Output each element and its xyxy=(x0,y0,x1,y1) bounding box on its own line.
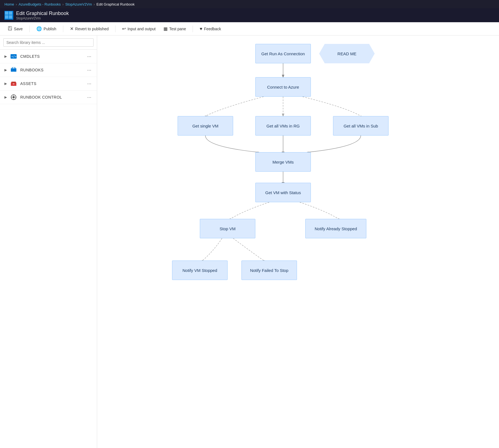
toolbar-sep-1 xyxy=(29,26,30,32)
toolbar-sep-4 xyxy=(193,26,193,32)
node-get-vm-status[interactable]: Get VM with Status xyxy=(255,183,311,202)
app-logo xyxy=(4,11,13,20)
node-read-me[interactable]: READ ME xyxy=(319,44,375,63)
breadcrumb: Home › AzureBudgets - Runbooks › StopAzu… xyxy=(0,0,499,8)
test-label: Test pane xyxy=(169,27,186,31)
node-get-run-as[interactable]: Get Run As Connection xyxy=(255,44,311,63)
node-notify-already-stopped[interactable]: Notify Already Stopped xyxy=(305,219,366,238)
io-label: Input and output xyxy=(127,27,155,31)
breadcrumb-runbook[interactable]: StopAzureV2Vm xyxy=(65,2,92,6)
sidebar-item-runbooks[interactable]: ▶ RUNBOOKS ··· xyxy=(0,63,97,77)
save-button[interactable]: Save xyxy=(4,24,26,33)
assets-more[interactable]: ··· xyxy=(86,81,92,87)
assets-label: ASSETS xyxy=(20,81,36,86)
feedback-button[interactable]: ♥ Feedback xyxy=(196,25,224,33)
sidebar-item-assets[interactable]: ▶ ASSETS ··· xyxy=(0,77,97,91)
page-title-block: Edit Graphical Runbook StopAzureV2Vm xyxy=(16,11,69,20)
svg-rect-16 xyxy=(13,83,14,84)
sidebar-items: ▶ </> CMDLETS ··· ▶ xyxy=(0,50,97,448)
cmdlets-icon: </> xyxy=(10,53,17,60)
publish-icon: 🌐 xyxy=(36,26,42,31)
publish-label: Publish xyxy=(44,27,56,31)
svg-rect-2 xyxy=(5,15,8,19)
cmdlets-arrow: ▶ xyxy=(4,54,7,58)
test-pane-button[interactable]: ▦ Test pane xyxy=(160,24,190,33)
feedback-icon: ♥ xyxy=(200,26,202,31)
node-get-all-vms-rg[interactable]: Get all VMs in RG xyxy=(255,116,311,136)
runbook-control-more[interactable]: ··· xyxy=(86,94,92,100)
top-bar: Edit Graphical Runbook StopAzureV2Vm xyxy=(0,8,499,22)
sidebar-item-cmdlets[interactable]: ▶ </> CMDLETS ··· xyxy=(0,50,97,63)
svg-rect-3 xyxy=(9,15,12,19)
toolbar-sep-2 xyxy=(63,26,63,32)
svg-rect-5 xyxy=(9,26,11,28)
svg-rect-1 xyxy=(9,11,12,15)
runbooks-label: RUNBOOKS xyxy=(20,68,44,72)
toolbar: Save 🌐 Publish ✕ Revert to published ↩ I… xyxy=(0,22,499,36)
breadcrumb-home[interactable]: Home xyxy=(4,2,14,6)
svg-rect-15 xyxy=(11,82,16,83)
publish-button[interactable]: 🌐 Publish xyxy=(33,24,60,33)
svg-rect-10 xyxy=(14,68,16,72)
assets-arrow: ▶ xyxy=(4,82,7,86)
runbooks-arrow: ▶ xyxy=(4,68,7,72)
save-icon xyxy=(8,26,12,32)
feedback-label: Feedback xyxy=(204,27,221,31)
main-layout: ▶ </> CMDLETS ··· ▶ xyxy=(0,36,499,448)
connections-svg xyxy=(97,36,430,448)
node-stop-vm[interactable]: Stop VM xyxy=(200,219,255,238)
sidebar: ▶ </> CMDLETS ··· ▶ xyxy=(0,36,97,448)
node-merge-vms[interactable]: Merge VMs xyxy=(255,152,311,172)
revert-button[interactable]: ✕ Revert to published xyxy=(67,24,112,33)
assets-icon xyxy=(10,80,17,87)
io-icon: ↩ xyxy=(122,26,126,31)
node-get-single-vm[interactable]: Get single VM xyxy=(178,116,233,136)
svg-point-18 xyxy=(12,96,15,98)
page-subtitle: StopAzureV2Vm xyxy=(16,16,69,20)
runbook-control-label: RUNBOOK CONTROL xyxy=(20,95,62,99)
runbooks-more[interactable]: ··· xyxy=(86,67,92,73)
sidebar-item-runbook-control[interactable]: ▶ RUNBOOK CONTROL ··· xyxy=(0,91,97,104)
node-connect-azure[interactable]: Connect to Azure xyxy=(255,77,311,97)
node-notify-vm-stopped[interactable]: Notify VM Stopped xyxy=(172,261,228,280)
cmdlets-label: CMDLETS xyxy=(20,54,40,59)
breadcrumb-current: Edit Graphical Runbook xyxy=(97,2,135,6)
canvas[interactable]: Get Run As Connection READ ME Connect to… xyxy=(97,36,499,448)
breadcrumb-runbooks[interactable]: AzureBudgets - Runbooks xyxy=(19,2,61,6)
cmdlets-more[interactable]: ··· xyxy=(86,54,92,59)
svg-rect-9 xyxy=(11,68,14,72)
save-label: Save xyxy=(14,27,23,31)
test-icon: ▦ xyxy=(163,26,168,31)
search-input[interactable] xyxy=(3,38,94,47)
revert-icon: ✕ xyxy=(70,26,74,31)
page-title: Edit Graphical Runbook xyxy=(16,11,69,16)
io-button[interactable]: ↩ Input and output xyxy=(119,24,159,33)
node-notify-failed-stop[interactable]: Notify Failed To Stop xyxy=(241,261,297,280)
svg-rect-6 xyxy=(9,29,11,30)
node-get-all-vms-sub[interactable]: Get all VMs in Sub xyxy=(333,116,389,136)
svg-text:</>: </> xyxy=(11,55,16,58)
runbook-control-arrow: ▶ xyxy=(4,95,7,99)
search-box[interactable] xyxy=(0,36,97,50)
svg-rect-0 xyxy=(5,11,8,15)
revert-label: Revert to published xyxy=(75,27,109,31)
runbook-control-icon xyxy=(10,94,17,101)
toolbar-sep-3 xyxy=(115,26,115,32)
canvas-inner: Get Run As Connection READ ME Connect to… xyxy=(97,36,430,448)
runbooks-icon xyxy=(10,67,17,73)
